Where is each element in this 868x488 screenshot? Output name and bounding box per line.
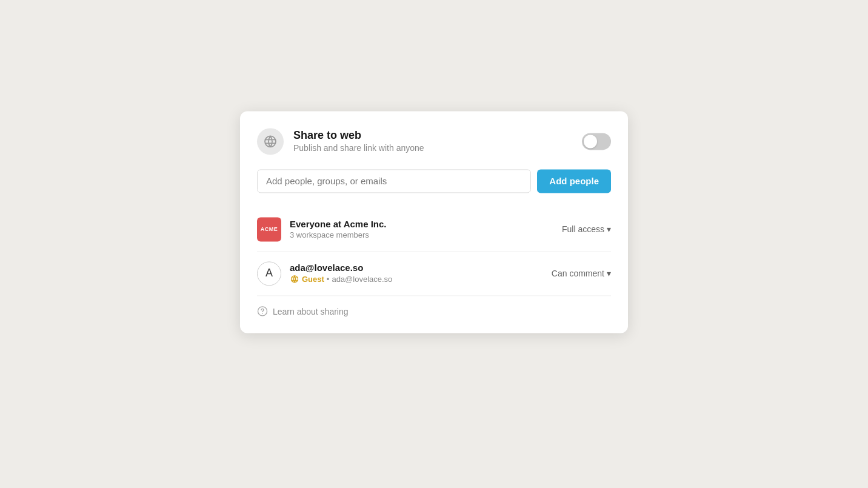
question-icon [257, 306, 268, 318]
ada-email: ada@lovelace.so [332, 275, 392, 284]
share-to-web-subtitle: Publish and share link with anyone [293, 143, 572, 153]
member-row-ada: A ada@lovelace.so [257, 252, 611, 296]
guest-globe-icon [290, 274, 299, 284]
member-row-acme: ACME Everyone at Acme Inc. 3 workspace m… [257, 207, 611, 252]
acme-avatar-text: ACME [261, 226, 278, 232]
ada-access-label: Can comment [552, 269, 604, 278]
ada-avatar: A [257, 261, 281, 286]
ada-member-subtitle: Guest • ada@lovelace.so [290, 274, 543, 284]
acme-member-info: Everyone at Acme Inc. 3 workspace member… [290, 219, 553, 239]
ada-access-dropdown[interactable]: Can comment ▾ [552, 269, 611, 278]
ada-member-name: ada@lovelace.so [290, 262, 543, 273]
acme-member-name: Everyone at Acme Inc. [290, 219, 553, 229]
learn-sharing-label: Learn about sharing [273, 307, 349, 316]
svg-point-0 [265, 136, 276, 147]
svg-point-3 [262, 313, 263, 314]
add-people-section: Add people [257, 169, 611, 193]
chevron-down-icon: ▾ [607, 224, 611, 234]
guest-badge: Guest [302, 275, 324, 284]
share-to-web-section: Share to web Publish and share link with… [257, 128, 611, 155]
ada-member-info: ada@lovelace.so Guest • [290, 262, 543, 284]
share-to-web-toggle[interactable] [582, 133, 611, 150]
svg-point-1 [292, 276, 298, 282]
acme-avatar: ACME [257, 217, 281, 241]
add-people-button[interactable]: Add people [537, 169, 611, 193]
share-to-web-text: Share to web Publish and share link with… [293, 129, 572, 153]
ada-email-dot: • [327, 275, 330, 284]
share-to-web-title: Share to web [293, 129, 572, 142]
chevron-down-icon-ada: ▾ [607, 269, 611, 278]
acme-access-dropdown[interactable]: Full access ▾ [562, 224, 611, 234]
share-globe-icon [257, 128, 284, 155]
acme-access-label: Full access [562, 224, 604, 234]
add-people-input[interactable] [257, 169, 531, 193]
learn-sharing-row[interactable]: Learn about sharing [257, 296, 611, 318]
share-dialog: Share to web Publish and share link with… [240, 111, 628, 333]
acme-member-subtitle: 3 workspace members [290, 230, 553, 239]
ada-avatar-letter: A [265, 267, 273, 279]
